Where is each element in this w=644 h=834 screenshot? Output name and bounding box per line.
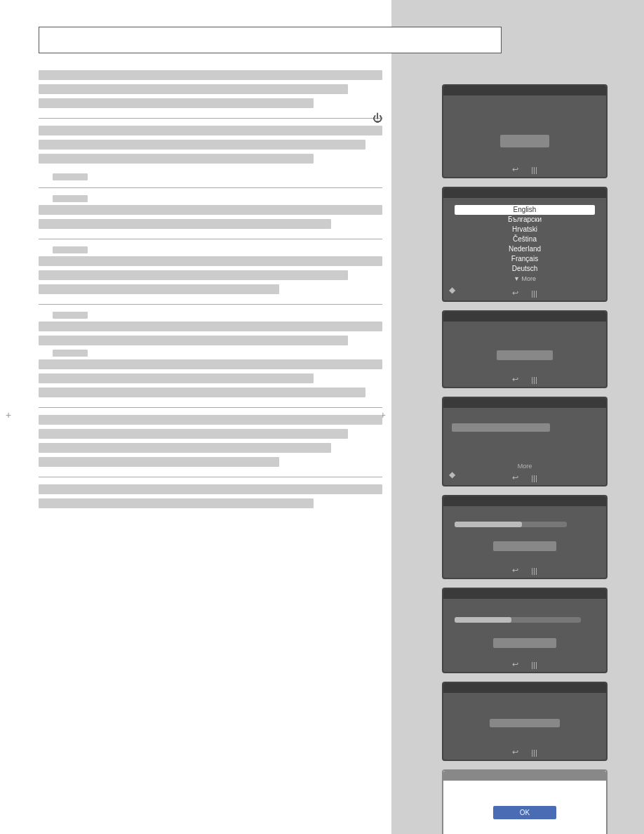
divider-6 (39, 477, 382, 477)
text-line (39, 359, 382, 369)
section-6 (39, 415, 382, 467)
screen-7: ↩ ||| (442, 682, 608, 761)
text-line (39, 126, 382, 135)
enter-icon: ↩ (512, 660, 518, 669)
screen-bottom-bar: ↩ ||| (443, 748, 606, 757)
text-line (39, 443, 331, 453)
progress-area (448, 516, 602, 538)
section-1 (39, 70, 382, 108)
screen-bottom-bar: ↩ ||| (443, 375, 606, 384)
screen-field (490, 719, 560, 727)
progress-bar-bg-2 (455, 617, 581, 623)
sub-label (53, 195, 88, 202)
sub-label-2 (53, 350, 88, 357)
text-line (39, 498, 314, 508)
screen4-content (448, 419, 602, 440)
screen-5: ↩ ||| (442, 495, 608, 579)
divider-1: ⏻ (39, 118, 382, 119)
text-line (39, 84, 348, 94)
screen-3: ↩ ||| (442, 310, 608, 388)
left-content: ⏻ (39, 70, 382, 518)
lang-dutch: Nederland (455, 244, 595, 254)
enter-icon: ↩ (512, 375, 518, 384)
power-icon: ⏻ (373, 112, 382, 124)
screen-1: ↩ ||| (442, 84, 608, 178)
text-line (39, 98, 314, 108)
screen-center-box (500, 135, 549, 147)
screen-top-bar (443, 589, 606, 599)
language-list: English Български Hrvatski Čeština Neder… (448, 202, 602, 285)
text-line (39, 219, 331, 229)
screen-bottom-bar: ↩ ||| (443, 566, 606, 575)
text-line (39, 140, 365, 150)
section-3 (39, 195, 382, 229)
menu-icon: ||| (531, 289, 537, 298)
sub-label (53, 246, 88, 253)
text-line (39, 336, 348, 345)
screen-top-bar (443, 312, 606, 322)
ok-button[interactable]: OK (493, 806, 556, 819)
menu-icon: ||| (531, 166, 537, 174)
text-line (39, 415, 382, 425)
screen-top-bar (443, 86, 606, 95)
text-line (39, 284, 279, 294)
screen-top-bar (443, 398, 606, 408)
enter-icon: ↩ (512, 289, 518, 298)
text-line (39, 256, 382, 266)
screen-bottom-bar: ↩ ||| (443, 660, 606, 669)
section-5 (39, 312, 382, 397)
divider-4 (39, 304, 382, 305)
progress-bar-fill (455, 522, 522, 527)
enter-icon: ↩ (512, 566, 518, 575)
nav-arrows-icon: ◆ (449, 470, 455, 479)
header-box (39, 27, 502, 53)
lang-croatian: Hrvatski (455, 225, 595, 234)
lang-bulgarian: Български (455, 215, 595, 225)
sub-label (53, 173, 88, 180)
screen-bottom-bar: ↩ ||| (443, 165, 606, 174)
menu-icon: ||| (531, 376, 537, 384)
screen-top-bar (443, 683, 606, 693)
screen-6: ↩ ||| (442, 588, 608, 673)
text-line (39, 70, 382, 80)
text-line (39, 322, 382, 331)
text-line (39, 373, 314, 383)
progress-bar-fill-2 (455, 617, 511, 623)
lang-french: Français (455, 254, 595, 264)
text-line (39, 429, 348, 439)
text-line (39, 484, 382, 494)
screen-8: OK (442, 769, 608, 834)
menu-icon: ||| (531, 567, 537, 575)
divider-3 (39, 239, 382, 239)
progress-bar-bg (455, 522, 567, 527)
text-line (39, 270, 348, 280)
menu-icon: ||| (531, 474, 537, 482)
enter-icon: ↩ (512, 748, 518, 757)
divider-2 (39, 187, 382, 188)
menu-icon: ||| (531, 748, 537, 757)
more-indicator: More (448, 463, 602, 470)
nav-arrows-icon: ◆ (449, 285, 455, 295)
screen4-field (452, 423, 550, 432)
lang-more: ▼ More (455, 275, 595, 282)
screen-top-bar (443, 771, 606, 781)
crosshair-left: + (6, 409, 11, 421)
screen-bottom-bar: ◆ ↩ ||| (443, 473, 606, 482)
lang-english: English (455, 205, 595, 215)
progress-area-2 (448, 611, 602, 634)
screen-input-field (493, 541, 556, 551)
screens-container: ↩ ||| English Български Hrvatski Čeština… (420, 84, 630, 834)
text-line (39, 154, 314, 164)
screen-top-bar (443, 188, 606, 198)
screen-input-field (497, 350, 553, 360)
sub-label (53, 312, 88, 319)
text-line (39, 457, 279, 467)
screen-top-bar (443, 496, 606, 506)
enter-icon: ↩ (512, 473, 518, 482)
enter-icon: ↩ (512, 165, 518, 174)
text-line (39, 205, 382, 215)
lang-czech: Čeština (455, 234, 595, 244)
screen-4: More ◆ ↩ ||| (442, 397, 608, 486)
section-2 (39, 126, 382, 164)
text-line (39, 388, 365, 397)
